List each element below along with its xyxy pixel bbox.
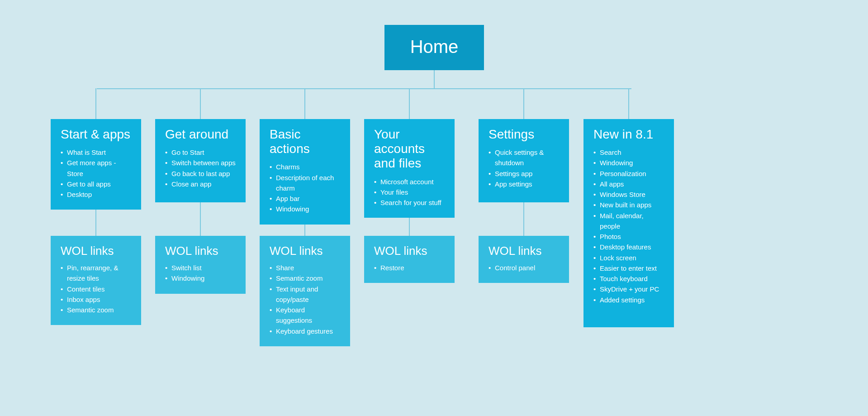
wol-items: ShareSemantic zoomText input and copy/pa…: [270, 263, 340, 336]
wol-node: WOL linksPin, rearrange, & resize tilesC…: [51, 236, 141, 325]
category-title: Your accounts and files: [374, 127, 445, 171]
wol-items: Restore: [374, 263, 445, 273]
list-item: Windows Store: [593, 189, 664, 200]
list-item: Close an app: [165, 179, 236, 189]
list-item: Windowing: [270, 204, 340, 214]
list-item: Switch between apps: [165, 158, 236, 168]
list-item: Share: [270, 263, 340, 273]
list-item: Charms: [270, 162, 340, 172]
node-home: Home: [384, 25, 484, 70]
list-item: Text input and copy/paste: [270, 284, 340, 305]
list-item: Go to Start: [165, 147, 236, 158]
wol-node: WOL linksSwitch listWindowing: [155, 236, 246, 294]
list-item: New built in apps: [593, 200, 664, 210]
list-item: Lock screen: [593, 253, 664, 263]
category-node: Basic actionsCharmsDescription of each c…: [260, 119, 350, 225]
list-item: Desktop features: [593, 242, 664, 252]
list-item: Keyboard gestures: [270, 326, 340, 336]
wol-title: WOL links: [374, 244, 445, 258]
wol-title: WOL links: [270, 244, 340, 258]
category-node: SettingsQuick settings & shutdownSetting…: [479, 119, 569, 202]
list-item: SkyDrive + your PC: [593, 284, 664, 294]
wol-items: Control panel: [489, 263, 559, 273]
list-item: Go back to last app: [165, 168, 236, 179]
connector: [200, 88, 201, 119]
wol-title: WOL links: [61, 244, 131, 258]
wol-items: Pin, rearrange, & resize tilesContent ti…: [61, 263, 131, 315]
connector: [409, 88, 410, 119]
list-item: Get to all apps: [61, 179, 131, 189]
category-node: New in 8.1SearchWindowingPersonalization…: [583, 119, 674, 327]
connector: [304, 88, 305, 119]
list-item: Your files: [374, 187, 445, 197]
node-home-title: Home: [410, 37, 459, 57]
category-node: Start & appsWhat is StartGet more apps -…: [51, 119, 141, 210]
category-title: Settings: [489, 127, 559, 142]
connector: [523, 88, 524, 119]
list-item: Switch list: [165, 263, 236, 273]
list-item: Photos: [593, 231, 664, 242]
list-item: Touch keyboard: [593, 273, 664, 284]
connector: [523, 202, 524, 236]
category-items: Quick settings & shutdownSettings appApp…: [489, 147, 559, 189]
category-items: Go to StartSwitch between appsGo back to…: [165, 147, 236, 189]
wol-items: Switch listWindowing: [165, 263, 236, 284]
wol-title: WOL links: [165, 244, 236, 258]
connector: [628, 88, 629, 119]
list-item: Semantic zoom: [61, 305, 131, 315]
list-item: Settings app: [489, 168, 559, 179]
list-item: Pin, rearrange, & resize tiles: [61, 263, 131, 284]
list-item: Description of each charm: [270, 172, 340, 194]
category-items: What is StartGet more apps - StoreGet to…: [61, 147, 131, 200]
category-items: Microsoft accountYour filesSearch for yo…: [374, 177, 445, 208]
list-item: Quick settings & shutdown: [489, 147, 559, 168]
list-item: Desktop: [61, 189, 131, 200]
category-title: Basic actions: [270, 127, 340, 156]
list-item: Semantic zoom: [270, 273, 340, 283]
list-item: Search: [593, 147, 664, 158]
category-title: New in 8.1: [593, 127, 664, 142]
list-item: Mail, calendar, people: [593, 210, 664, 232]
sitemap-diagram: { "root": { "title": "Home" }, "columns"…: [0, 0, 868, 416]
list-item: Windowing: [593, 158, 664, 168]
connector: [434, 70, 435, 88]
category-items: SearchWindowingPersonalizationAll appsWi…: [593, 147, 664, 305]
list-item: What is Start: [61, 147, 131, 158]
connector: [95, 88, 96, 119]
wol-title: WOL links: [489, 244, 559, 258]
connector: [200, 202, 201, 236]
category-node: Get aroundGo to StartSwitch between apps…: [155, 119, 246, 202]
list-item: Windowing: [165, 273, 236, 283]
list-item: App settings: [489, 179, 559, 189]
list-item: Restore: [374, 263, 445, 273]
list-item: Search for your stuff: [374, 197, 445, 208]
list-item: Control panel: [489, 263, 559, 273]
list-item: Inbox apps: [61, 294, 131, 305]
list-item: App bar: [270, 193, 340, 204]
list-item: Content tiles: [61, 284, 131, 294]
list-item: Added settings: [593, 295, 664, 305]
category-node: Your accounts and filesMicrosoft account…: [364, 119, 455, 218]
wol-node: WOL linksControl panel: [479, 236, 569, 283]
list-item: Easier to enter text: [593, 263, 664, 273]
category-title: Start & apps: [61, 127, 131, 142]
list-item: All apps: [593, 179, 664, 189]
category-items: CharmsDescription of each charmApp barWi…: [270, 162, 340, 214]
category-title: Get around: [165, 127, 236, 142]
connector: [97, 88, 631, 89]
list-item: Personalization: [593, 168, 664, 179]
list-item: Microsoft account: [374, 177, 445, 187]
list-item: Get more apps - Store: [61, 158, 131, 179]
list-item: Keyboard suggestions: [270, 305, 340, 326]
wol-node: WOL linksRestore: [364, 236, 455, 283]
wol-node: WOL linksShareSemantic zoomText input an…: [260, 236, 350, 346]
